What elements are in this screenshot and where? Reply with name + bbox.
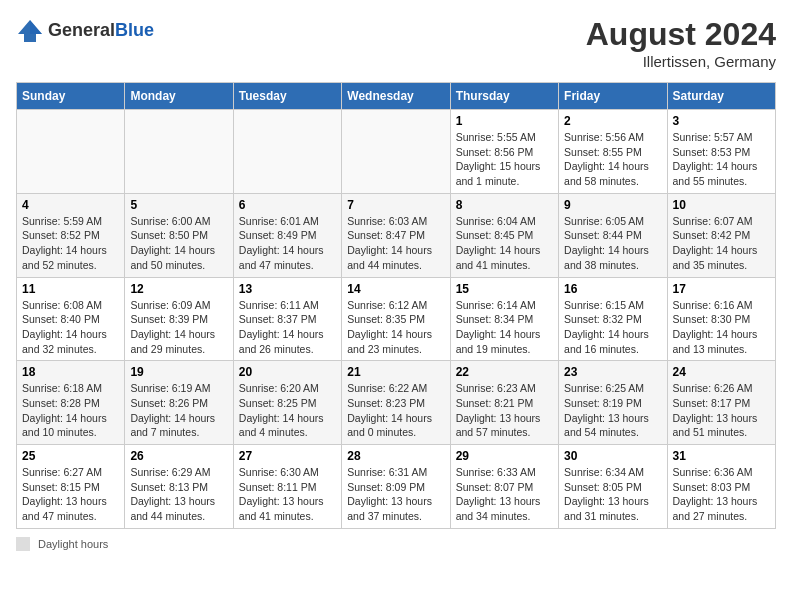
day-info: Sunrise: 6:16 AMSunset: 8:30 PMDaylight:… bbox=[673, 299, 758, 355]
location: Illertissen, Germany bbox=[586, 53, 776, 70]
table-row: 4 Sunrise: 5:59 AMSunset: 8:52 PMDayligh… bbox=[17, 193, 125, 277]
table-row: 13 Sunrise: 6:11 AMSunset: 8:37 PMDaylig… bbox=[233, 277, 341, 361]
title-area: August 2024 Illertissen, Germany bbox=[586, 16, 776, 70]
day-number: 11 bbox=[22, 282, 119, 296]
day-info: Sunrise: 6:31 AMSunset: 8:09 PMDaylight:… bbox=[347, 466, 432, 522]
table-row: 23 Sunrise: 6:25 AMSunset: 8:19 PMDaylig… bbox=[559, 361, 667, 445]
day-info: Sunrise: 6:08 AMSunset: 8:40 PMDaylight:… bbox=[22, 299, 107, 355]
col-saturday: Saturday bbox=[667, 83, 775, 110]
table-row: 8 Sunrise: 6:04 AMSunset: 8:45 PMDayligh… bbox=[450, 193, 558, 277]
legend-label: Daylight hours bbox=[38, 538, 108, 550]
day-number: 26 bbox=[130, 449, 227, 463]
day-number: 28 bbox=[347, 449, 444, 463]
day-number: 1 bbox=[456, 114, 553, 128]
day-info: Sunrise: 6:22 AMSunset: 8:23 PMDaylight:… bbox=[347, 382, 432, 438]
day-info: Sunrise: 5:59 AMSunset: 8:52 PMDaylight:… bbox=[22, 215, 107, 271]
day-number: 14 bbox=[347, 282, 444, 296]
day-number: 4 bbox=[22, 198, 119, 212]
table-row: 11 Sunrise: 6:08 AMSunset: 8:40 PMDaylig… bbox=[17, 277, 125, 361]
day-number: 13 bbox=[239, 282, 336, 296]
header: GeneralBlue August 2024 Illertissen, Ger… bbox=[16, 16, 776, 70]
footer-note: Daylight hours bbox=[16, 537, 776, 551]
day-number: 9 bbox=[564, 198, 661, 212]
day-number: 30 bbox=[564, 449, 661, 463]
day-number: 23 bbox=[564, 365, 661, 379]
logo-general-text: General bbox=[48, 20, 115, 40]
day-info: Sunrise: 5:55 AMSunset: 8:56 PMDaylight:… bbox=[456, 131, 541, 187]
col-wednesday: Wednesday bbox=[342, 83, 450, 110]
table-row: 5 Sunrise: 6:00 AMSunset: 8:50 PMDayligh… bbox=[125, 193, 233, 277]
table-row: 10 Sunrise: 6:07 AMSunset: 8:42 PMDaylig… bbox=[667, 193, 775, 277]
table-row: 6 Sunrise: 6:01 AMSunset: 8:49 PMDayligh… bbox=[233, 193, 341, 277]
table-row: 22 Sunrise: 6:23 AMSunset: 8:21 PMDaylig… bbox=[450, 361, 558, 445]
day-info: Sunrise: 5:57 AMSunset: 8:53 PMDaylight:… bbox=[673, 131, 758, 187]
day-info: Sunrise: 6:07 AMSunset: 8:42 PMDaylight:… bbox=[673, 215, 758, 271]
table-row: 26 Sunrise: 6:29 AMSunset: 8:13 PMDaylig… bbox=[125, 445, 233, 529]
table-row: 29 Sunrise: 6:33 AMSunset: 8:07 PMDaylig… bbox=[450, 445, 558, 529]
table-row bbox=[342, 110, 450, 194]
day-info: Sunrise: 6:33 AMSunset: 8:07 PMDaylight:… bbox=[456, 466, 541, 522]
day-number: 19 bbox=[130, 365, 227, 379]
day-number: 2 bbox=[564, 114, 661, 128]
day-number: 15 bbox=[456, 282, 553, 296]
calendar-header-row: Sunday Monday Tuesday Wednesday Thursday… bbox=[17, 83, 776, 110]
table-row: 1 Sunrise: 5:55 AMSunset: 8:56 PMDayligh… bbox=[450, 110, 558, 194]
logo-icon bbox=[16, 16, 44, 44]
day-info: Sunrise: 5:56 AMSunset: 8:55 PMDaylight:… bbox=[564, 131, 649, 187]
table-row: 9 Sunrise: 6:05 AMSunset: 8:44 PMDayligh… bbox=[559, 193, 667, 277]
day-number: 22 bbox=[456, 365, 553, 379]
table-row: 15 Sunrise: 6:14 AMSunset: 8:34 PMDaylig… bbox=[450, 277, 558, 361]
day-info: Sunrise: 6:01 AMSunset: 8:49 PMDaylight:… bbox=[239, 215, 324, 271]
table-row: 25 Sunrise: 6:27 AMSunset: 8:15 PMDaylig… bbox=[17, 445, 125, 529]
day-info: Sunrise: 6:36 AMSunset: 8:03 PMDaylight:… bbox=[673, 466, 758, 522]
table-row: 21 Sunrise: 6:22 AMSunset: 8:23 PMDaylig… bbox=[342, 361, 450, 445]
table-row: 19 Sunrise: 6:19 AMSunset: 8:26 PMDaylig… bbox=[125, 361, 233, 445]
table-row: 31 Sunrise: 6:36 AMSunset: 8:03 PMDaylig… bbox=[667, 445, 775, 529]
calendar-week-row: 25 Sunrise: 6:27 AMSunset: 8:15 PMDaylig… bbox=[17, 445, 776, 529]
day-number: 10 bbox=[673, 198, 770, 212]
col-monday: Monday bbox=[125, 83, 233, 110]
col-thursday: Thursday bbox=[450, 83, 558, 110]
table-row bbox=[233, 110, 341, 194]
day-info: Sunrise: 6:14 AMSunset: 8:34 PMDaylight:… bbox=[456, 299, 541, 355]
table-row: 2 Sunrise: 5:56 AMSunset: 8:55 PMDayligh… bbox=[559, 110, 667, 194]
day-number: 7 bbox=[347, 198, 444, 212]
logo: GeneralBlue bbox=[16, 16, 154, 44]
day-info: Sunrise: 6:15 AMSunset: 8:32 PMDaylight:… bbox=[564, 299, 649, 355]
day-number: 17 bbox=[673, 282, 770, 296]
calendar-week-row: 1 Sunrise: 5:55 AMSunset: 8:56 PMDayligh… bbox=[17, 110, 776, 194]
day-info: Sunrise: 6:12 AMSunset: 8:35 PMDaylight:… bbox=[347, 299, 432, 355]
table-row: 17 Sunrise: 6:16 AMSunset: 8:30 PMDaylig… bbox=[667, 277, 775, 361]
day-number: 8 bbox=[456, 198, 553, 212]
day-info: Sunrise: 6:03 AMSunset: 8:47 PMDaylight:… bbox=[347, 215, 432, 271]
day-number: 3 bbox=[673, 114, 770, 128]
table-row: 16 Sunrise: 6:15 AMSunset: 8:32 PMDaylig… bbox=[559, 277, 667, 361]
day-number: 27 bbox=[239, 449, 336, 463]
day-info: Sunrise: 6:27 AMSunset: 8:15 PMDaylight:… bbox=[22, 466, 107, 522]
day-number: 16 bbox=[564, 282, 661, 296]
legend-box bbox=[16, 537, 30, 551]
day-info: Sunrise: 6:34 AMSunset: 8:05 PMDaylight:… bbox=[564, 466, 649, 522]
table-row: 7 Sunrise: 6:03 AMSunset: 8:47 PMDayligh… bbox=[342, 193, 450, 277]
table-row: 30 Sunrise: 6:34 AMSunset: 8:05 PMDaylig… bbox=[559, 445, 667, 529]
day-info: Sunrise: 6:09 AMSunset: 8:39 PMDaylight:… bbox=[130, 299, 215, 355]
day-number: 24 bbox=[673, 365, 770, 379]
table-row: 27 Sunrise: 6:30 AMSunset: 8:11 PMDaylig… bbox=[233, 445, 341, 529]
month-year: August 2024 bbox=[586, 16, 776, 53]
table-row bbox=[17, 110, 125, 194]
day-number: 31 bbox=[673, 449, 770, 463]
table-row: 18 Sunrise: 6:18 AMSunset: 8:28 PMDaylig… bbox=[17, 361, 125, 445]
table-row: 24 Sunrise: 6:26 AMSunset: 8:17 PMDaylig… bbox=[667, 361, 775, 445]
table-row bbox=[125, 110, 233, 194]
day-number: 25 bbox=[22, 449, 119, 463]
calendar-table: Sunday Monday Tuesday Wednesday Thursday… bbox=[16, 82, 776, 529]
day-info: Sunrise: 6:25 AMSunset: 8:19 PMDaylight:… bbox=[564, 382, 649, 438]
day-info: Sunrise: 6:20 AMSunset: 8:25 PMDaylight:… bbox=[239, 382, 324, 438]
table-row: 28 Sunrise: 6:31 AMSunset: 8:09 PMDaylig… bbox=[342, 445, 450, 529]
table-row: 14 Sunrise: 6:12 AMSunset: 8:35 PMDaylig… bbox=[342, 277, 450, 361]
day-info: Sunrise: 6:29 AMSunset: 8:13 PMDaylight:… bbox=[130, 466, 215, 522]
day-info: Sunrise: 6:26 AMSunset: 8:17 PMDaylight:… bbox=[673, 382, 758, 438]
table-row: 3 Sunrise: 5:57 AMSunset: 8:53 PMDayligh… bbox=[667, 110, 775, 194]
day-info: Sunrise: 6:18 AMSunset: 8:28 PMDaylight:… bbox=[22, 382, 107, 438]
calendar-week-row: 11 Sunrise: 6:08 AMSunset: 8:40 PMDaylig… bbox=[17, 277, 776, 361]
